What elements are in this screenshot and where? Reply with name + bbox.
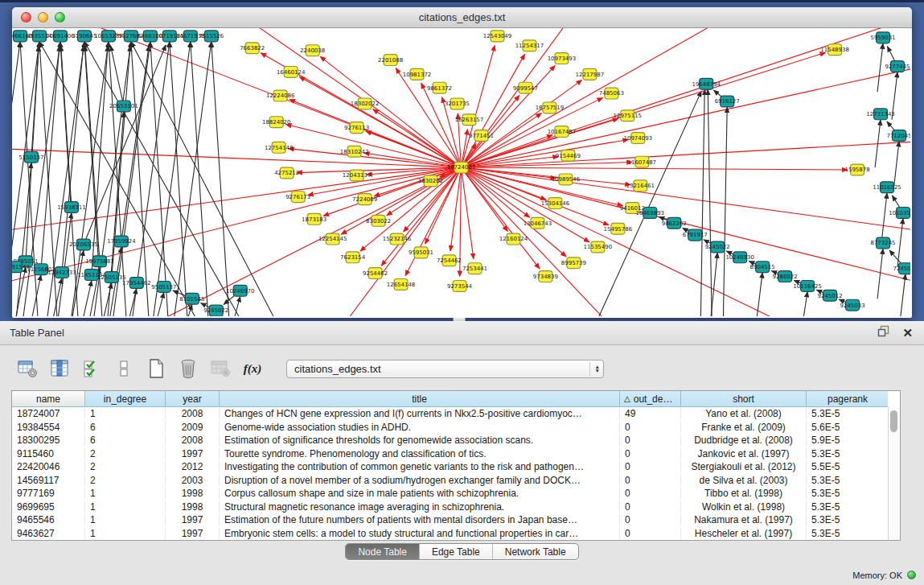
row-select-icon[interactable] xyxy=(80,357,103,380)
graph-node[interactable]: 18824020 xyxy=(262,117,290,128)
window-titlebar[interactable]: citations_edges.txt xyxy=(12,7,912,28)
network-svg[interactable]: 1872400722400381646012412224086188240201… xyxy=(12,28,910,316)
graph-edge[interactable] xyxy=(700,89,704,316)
graph-node[interactable]: 20653101 xyxy=(109,101,138,112)
table-row[interactable]: 911546021997Tourette syndrome. Phenomeno… xyxy=(12,447,888,461)
table-row[interactable]: 1830029562008Estimation of significance … xyxy=(12,434,888,447)
graph-node[interactable]: 7253441 xyxy=(462,263,487,274)
graph-edge[interactable] xyxy=(92,46,108,275)
graph-node[interactable]: 6791917 xyxy=(683,229,708,241)
graph-node[interactable]: 7485063 xyxy=(599,88,624,99)
column-edit-icon[interactable] xyxy=(48,357,71,380)
graph-node[interactable]: 11016525 xyxy=(873,182,901,193)
memory-status-icon[interactable] xyxy=(907,571,916,579)
graph-edge[interactable] xyxy=(12,163,31,316)
table-row[interactable]: 946362711997Embryonic stem cells: a mode… xyxy=(12,527,888,541)
graph-edge[interactable] xyxy=(462,60,911,168)
graph-edge[interactable] xyxy=(72,280,92,316)
table-row[interactable]: 946554611997Estimation of the future num… xyxy=(12,513,888,527)
function-builder-icon[interactable]: f(x) xyxy=(241,357,264,380)
graph-node[interactable]: 9276173 xyxy=(285,192,310,203)
graph-node[interactable]: 19648794 xyxy=(692,78,721,89)
network-canvas[interactable]: 1872400722400381646012412224086188240201… xyxy=(12,28,910,316)
column-header-in_degree[interactable]: in_degree xyxy=(85,391,166,407)
graph-node[interactable]: 10103544 xyxy=(889,208,910,219)
graph-edge[interactable] xyxy=(211,42,232,316)
graph-node[interactable]: 5150137 xyxy=(18,151,43,163)
graph-node[interactable]: 9861372 xyxy=(427,82,452,93)
new-column-icon[interactable] xyxy=(145,357,167,380)
column-header-short[interactable]: short xyxy=(681,391,807,407)
graph-edge[interactable] xyxy=(396,68,461,167)
row-height-icon[interactable] xyxy=(113,357,135,380)
graph-node[interactable]: 12654148 xyxy=(387,279,415,290)
graph-edge[interactable] xyxy=(167,42,211,316)
table-row[interactable]: 1938455462009Genome-wide association stu… xyxy=(12,421,888,435)
graph-node[interactable]: 11548938 xyxy=(820,44,848,56)
graph-node[interactable]: 9273544 xyxy=(447,280,473,291)
graph-node[interactable]: 7663822 xyxy=(240,43,265,54)
graph-node[interactable]: 7245012 xyxy=(893,263,910,274)
graph-node[interactable]: 9245022 xyxy=(705,241,730,253)
graph-edge[interactable] xyxy=(877,43,883,92)
graph-node[interactable]: 16263157 xyxy=(455,114,483,126)
graph-edge[interactable] xyxy=(462,167,848,170)
tab-node-table[interactable]: Node Table xyxy=(346,544,419,559)
graph-node[interactable]: 2201088 xyxy=(378,55,403,66)
graph-edge[interactable] xyxy=(104,112,124,316)
graph-node[interactable]: 7224069 xyxy=(352,194,377,205)
minimize-window-button[interactable] xyxy=(38,12,48,23)
graph-node[interactable]: 7515526 xyxy=(199,31,224,42)
delete-table-icon[interactable] xyxy=(209,357,232,380)
graph-edge[interactable] xyxy=(131,42,151,316)
graph-node[interactable]: 7712045 xyxy=(886,130,910,142)
graph-node[interactable]: 10981372 xyxy=(403,68,431,80)
graph-node[interactable]: 8303022 xyxy=(366,215,391,226)
graph-node[interactable]: 3190645 xyxy=(72,31,97,42)
graph-node[interactable]: 12731343 xyxy=(866,109,894,120)
graph-node[interactable]: 13046743 xyxy=(524,217,552,229)
graph-edge[interactable] xyxy=(110,45,123,105)
graph-edge[interactable] xyxy=(795,291,807,316)
graph-node[interactable]: 6916127 xyxy=(715,96,740,107)
graph-node[interactable]: 7254462 xyxy=(437,255,462,266)
graph-edge[interactable] xyxy=(877,249,883,299)
column-header-pagerank[interactable]: pagerank xyxy=(807,391,888,407)
graph-node[interactable]: 13216461 xyxy=(626,180,655,192)
graph-node[interactable]: 12217987 xyxy=(576,68,604,80)
graph-node[interactable]: 4275212 xyxy=(274,167,299,179)
column-header-out_de[interactable]: △out_de… xyxy=(620,391,681,407)
graph-node[interactable]: 10246970 xyxy=(226,285,254,296)
graph-node[interactable]: 9505137 xyxy=(151,281,176,292)
close-window-button[interactable] xyxy=(21,12,31,23)
graph-node[interactable]: 9154469 xyxy=(556,150,581,161)
graph-edge[interactable] xyxy=(150,42,170,316)
graph-edge[interactable] xyxy=(462,167,911,290)
graph-node[interactable]: 9595031 xyxy=(409,247,433,258)
graph-node[interactable]: 1595878 xyxy=(845,164,870,175)
graph-node[interactable]: 1873183 xyxy=(302,213,326,225)
graph-node[interactable]: 8773245 xyxy=(870,237,895,249)
graph-node[interactable]: 20691406 xyxy=(46,31,74,42)
graph-edge[interactable] xyxy=(897,218,903,266)
table-row[interactable]: 1872400712008Changes of HCN gene express… xyxy=(12,407,888,421)
table-mode-icon[interactable] xyxy=(16,357,39,380)
graph-edge[interactable] xyxy=(64,250,84,316)
graph-node[interactable]: 12754148 xyxy=(265,142,293,153)
graph-edge[interactable] xyxy=(131,42,302,316)
table-row[interactable]: 2242004622012Investigating the contribut… xyxy=(12,460,888,474)
graph-node[interactable]: 12543049 xyxy=(483,31,511,42)
graph-edge[interactable] xyxy=(881,193,887,243)
graph-edge[interactable] xyxy=(708,89,713,316)
graph-node[interactable]: 7623154 xyxy=(340,252,366,263)
tab-edge-table[interactable]: Edge Table xyxy=(419,544,492,559)
graph-edge[interactable] xyxy=(85,46,100,262)
graph-edge[interactable] xyxy=(12,42,20,316)
graph-node[interactable]: 3201735 xyxy=(445,98,470,109)
graph-edge[interactable] xyxy=(31,46,39,157)
float-panel-icon[interactable] xyxy=(877,325,889,340)
graph-node[interactable]: 17359924 xyxy=(107,236,136,247)
column-header-year[interactable]: year xyxy=(166,391,220,407)
column-header-name[interactable]: name xyxy=(12,391,85,407)
graph-node[interactable]: 11254317 xyxy=(515,40,544,51)
